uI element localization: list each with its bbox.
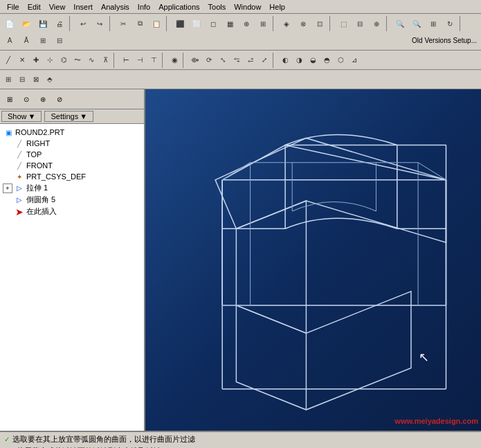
model-tree: ▣ ROUND2.PRT ╱ RIGHT ╱ TOP ╱ FRONT [0,124,144,431]
tb-btn-6[interactable]: ⬜ [189,16,204,31]
menu-tools[interactable]: Tools [204,2,230,12]
tree-item-top-label: TOP [26,150,42,159]
tb2-btn23[interactable]: ⬡ [334,54,347,66]
tb2-btn2[interactable]: ✕ [16,54,28,66]
new-button[interactable]: 📄 [2,16,17,31]
save-button[interactable]: 💾 [35,16,51,31]
tb-btn-12[interactable]: ⊗ [296,16,311,31]
tree-root-label: ROUND2.PRT [15,128,64,136]
datum-plane-icon: ╱ [14,150,25,159]
settings-label: Settings [51,112,78,120]
tb-zoom-out[interactable]: 🔍 [409,16,424,31]
tb2-btn1[interactable]: ╱ [2,54,15,66]
tb2-btn7[interactable]: ∿ [85,54,98,66]
panel-nav: Show ▼ Settings ▼ [0,109,144,124]
tb3-btn3[interactable]: ⊠ [30,73,42,86]
tb-btn-16[interactable]: ⊕ [369,16,384,31]
menu-info[interactable]: Info [134,2,154,12]
watermark: www.meiyadesign.com [394,417,478,425]
tb2-btn10[interactable]: ⊣ [134,54,146,66]
tb2-sep1 [114,53,118,68]
tb2-btn14[interactable]: ⟳ [203,54,215,66]
tree-item-extrude[interactable]: + ▷ 拉伸 1 [1,182,143,194]
panel-icon4[interactable]: ⊘ [52,91,67,107]
menu-file[interactable]: File [3,2,24,12]
tb2-btn9[interactable]: ⊢ [120,54,132,66]
tb-btn-19[interactable]: ⊞ [35,33,51,48]
tb-btn-18[interactable]: Ā [19,33,34,48]
tb2-btn16[interactable]: ⥃ [230,54,243,66]
status-line1: ✓ 选取要在其上放宜带弧圆角的曲面，以进行曲面片过滤 [4,433,477,445]
open-button[interactable]: 📂 [19,16,34,31]
tb-btn-17[interactable]: A [2,33,17,48]
tb-btn-13[interactable]: ⊡ [312,16,327,31]
tb-zoom-in[interactable]: 🔍 [392,16,408,31]
tb3-btn2[interactable]: ⊟ [16,73,28,86]
tb2-btn12[interactable]: ◉ [168,54,181,66]
tb2-btn3[interactable]: ✚ [30,54,42,66]
tb-btn-14[interactable]: ⬚ [336,16,351,31]
tree-item-right[interactable]: ╱ RIGHT [1,138,143,149]
tb3-btn1[interactable]: ⊞ [2,73,15,86]
menu-applications[interactable]: Applications [154,2,203,12]
undo-button[interactable]: ↩ [75,16,91,31]
menu-view[interactable]: View [45,2,70,12]
tree-item-front[interactable]: ╱ FRONT [1,160,143,171]
copy-button[interactable]: ⧉ [132,16,147,31]
tb-fit[interactable]: ⊞ [426,16,441,31]
tb2-btn11[interactable]: ⊤ [147,54,160,66]
tb-btn-20[interactable]: ⊟ [52,33,67,48]
tb-btn-8[interactable]: ▦ [222,16,237,31]
tb-btn-10[interactable]: ⊞ [255,16,271,31]
tb-btn-5[interactable]: ⬛ [172,16,188,31]
print-button[interactable]: 🖨 [52,16,67,31]
settings-arrow-icon: ▼ [80,112,87,120]
menu-window[interactable]: Window [230,2,265,12]
panel-icon3[interactable]: ⊛ [35,91,51,107]
menu-help[interactable]: Help [265,2,289,12]
panel-icon1[interactable]: ⊞ [2,91,17,107]
tb2-btn17[interactable]: ⥄ [244,54,257,66]
datum-plane-icon: ╱ [14,161,25,170]
tb-btn-15[interactable]: ⊟ [352,16,367,31]
extrude-icon: ▷ [14,183,25,193]
tree-item-round-label: 倒圆角 5 [26,195,55,205]
tb2-btn19[interactable]: ◐ [279,54,291,66]
tb2-btn24[interactable]: ⊿ [348,54,361,66]
tree-item-round[interactable]: ▷ 倒圆角 5 [1,194,143,206]
show-button[interactable]: Show ▼ [1,111,42,122]
menu-edit[interactable]: Edit [24,2,45,12]
tb2-btn8[interactable]: ⊼ [99,54,111,66]
tb2-btn5[interactable]: ⌬ [57,54,70,66]
tb2-btn15[interactable]: ⤡ [217,54,229,66]
tree-item-top[interactable]: ╱ TOP [1,149,143,160]
tb-btn-9[interactable]: ⊕ [239,16,254,31]
viewport[interactable]: ↖ www.meiyadesign.com [145,89,481,431]
round-icon: ▷ [14,195,25,205]
tb2-btn22[interactable]: ◓ [320,54,333,66]
menu-insert[interactable]: Insert [69,2,97,12]
tree-item-csys[interactable]: ✦ PRT_CSYS_DEF [1,171,143,182]
model-3d-view [145,89,481,431]
tree-item-insert[interactable]: ➤ 在此插入 [1,206,143,217]
tb-btn-11[interactable]: ◈ [279,16,294,31]
redo-button[interactable]: ↪ [92,16,107,31]
panel-icon2[interactable]: ⊙ [19,91,34,107]
tb3-btn4[interactable]: ⬘ [44,73,56,86]
menu-analysis[interactable]: Analysis [97,2,134,12]
cut-button[interactable]: ✂ [116,16,131,31]
tb2-btn20[interactable]: ◑ [293,54,305,66]
paste-button[interactable]: 📋 [149,16,164,31]
sep2 [109,16,114,31]
tb2-btn21[interactable]: ◒ [307,54,319,66]
settings-button[interactable]: Settings ▼ [44,111,93,122]
tb2-btn18[interactable]: ⤢ [258,54,271,66]
tb2-btn6[interactable]: 〜 [71,54,84,66]
tb2-btn13[interactable]: ⟴ [189,54,201,66]
show-arrow-icon: ▼ [28,112,36,120]
tb-rotate[interactable]: ↻ [442,16,457,31]
tb2-btn4[interactable]: ⊹ [44,54,56,66]
tree-root[interactable]: ▣ ROUND2.PRT [1,127,143,138]
expand-icon[interactable]: + [3,183,12,193]
tb-btn-7[interactable]: ◻ [206,16,221,31]
